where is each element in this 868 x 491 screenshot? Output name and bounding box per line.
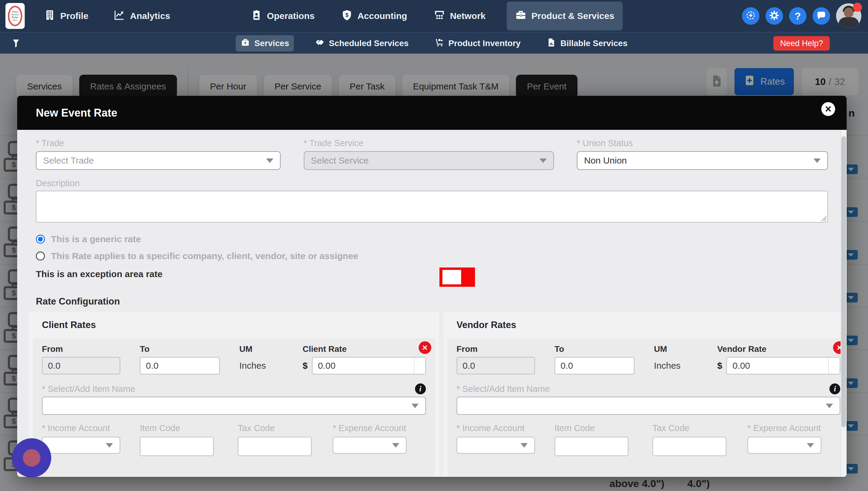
nav-item-accounting[interactable]: $ Accounting <box>336 1 413 30</box>
floating-action-button[interactable] <box>12 438 51 478</box>
chevron-down-icon <box>106 443 113 447</box>
settings-button[interactable] <box>765 7 783 25</box>
nav-item-label: Operations <box>267 11 315 21</box>
union-status-select-value: Non Union <box>584 155 627 166</box>
income-account-select[interactable] <box>42 437 120 454</box>
nav-item-label: Accounting <box>358 11 407 21</box>
from-input[interactable] <box>42 357 120 374</box>
history-button[interactable] <box>742 7 759 25</box>
client-rate-input[interactable] <box>312 357 414 374</box>
client-rates-title: Client Rates <box>42 320 435 330</box>
tax-code-input[interactable] <box>238 437 312 456</box>
help-button[interactable]: ? <box>789 7 807 25</box>
to-input[interactable] <box>555 357 635 374</box>
content-area: Services Rates & Assignees Per Hour Per … <box>0 54 868 491</box>
trade-service-select-value: Select Service <box>311 155 369 166</box>
rate-spinner[interactable] <box>828 357 840 374</box>
tax-code-input[interactable] <box>652 437 726 456</box>
chevron-down-icon <box>521 443 528 447</box>
trade-select[interactable]: Select Trade <box>36 151 281 170</box>
fab-inner-dot <box>23 449 40 467</box>
need-help-button[interactable]: Need Help? <box>773 36 830 51</box>
top-nav-center: Operations $ Accounting Network Product … <box>0 0 868 32</box>
expense-account-select[interactable] <box>748 437 821 454</box>
specific-rate-option[interactable]: This Rate applies to a specific company,… <box>36 251 828 261</box>
income-account-label: * Income Account <box>42 423 140 433</box>
to-input[interactable] <box>140 357 220 374</box>
expense-account-label: * Expense Account <box>748 423 841 433</box>
radio-selected-icon[interactable] <box>36 235 45 244</box>
item-code-input[interactable] <box>555 437 628 456</box>
sub-nav-tabs: Services Scheduled Services Product Inve… <box>0 32 868 54</box>
um-header: UM <box>654 344 717 354</box>
modal-body: * Trade Select Trade * Trade Service Sel… <box>17 130 847 477</box>
nav-item-product-services[interactable]: Product & Services <box>507 1 623 30</box>
nav-item-operations[interactable]: Operations <box>245 1 320 30</box>
handshake-icon <box>315 38 325 49</box>
um-value: Inches <box>654 360 717 371</box>
exception-area-toggle[interactable] <box>440 267 475 287</box>
top-nav-right: ? <box>742 3 861 29</box>
exception-area-label: This is an exception area rate <box>36 269 828 279</box>
client-rate-row: × From To UM Client Rate Inches <box>33 338 435 477</box>
gear-icon <box>769 10 779 22</box>
delete-row-icon[interactable]: × <box>419 341 431 354</box>
nav-item-network[interactable]: Network <box>428 1 491 30</box>
currency-symbol: $ <box>717 360 722 371</box>
trade-service-select[interactable]: Select Service <box>304 151 554 170</box>
chevron-down-icon <box>411 404 419 408</box>
people-icon <box>434 9 445 23</box>
tab-services[interactable]: Services <box>236 35 294 52</box>
client-rate-header: Client Rate <box>303 344 426 354</box>
expense-account-label: * Expense Account <box>333 423 426 433</box>
id-badge-icon <box>251 9 262 23</box>
cart-icon <box>435 38 444 49</box>
um-header: UM <box>239 344 303 354</box>
billable-doc-icon <box>547 38 556 49</box>
description-textarea[interactable] <box>36 191 828 223</box>
income-account-label: * Income Account <box>457 423 555 433</box>
info-icon[interactable]: i <box>830 383 840 394</box>
chat-bubble-icon <box>816 10 827 22</box>
chat-button[interactable] <box>813 7 830 25</box>
item-name-select[interactable] <box>42 397 426 415</box>
radio-unselected-icon[interactable] <box>36 252 45 261</box>
from-header: From <box>457 344 555 354</box>
history-download-icon <box>746 10 756 22</box>
tab-scheduled-services[interactable]: Scheduled Services <box>310 35 414 52</box>
tab-billable-services[interactable]: Billable Services <box>541 35 632 52</box>
question-icon: ? <box>795 10 801 22</box>
to-header: To <box>555 344 654 354</box>
modal-scrollbar-track <box>841 130 847 477</box>
from-header: From <box>42 344 140 354</box>
item-name-select[interactable] <box>457 397 841 415</box>
union-status-select[interactable]: Non Union <box>577 151 828 170</box>
tax-code-label: Tax Code <box>652 423 748 433</box>
vendor-rate-row: × From To UM Vendor Rate Inches <box>448 338 847 477</box>
chevron-down-icon <box>826 404 833 408</box>
um-value: Inches <box>239 360 303 371</box>
from-input[interactable] <box>457 357 535 374</box>
expense-account-select[interactable] <box>333 437 407 454</box>
modal-scrollbar-thumb[interactable] <box>841 137 846 427</box>
top-nav: Demo Service Broker LLC Profile Analytic… <box>0 0 868 32</box>
trade-service-label: * Trade Service <box>304 138 554 148</box>
close-icon[interactable]: × <box>821 102 835 116</box>
vendor-rate-header: Vendor Rate <box>717 344 841 354</box>
new-event-rate-modal: New Event Rate × * Trade Select Trade * … <box>17 96 847 477</box>
nav-item-label: Network <box>450 11 485 21</box>
vendor-rate-input[interactable] <box>727 357 828 374</box>
chevron-down-icon <box>392 443 399 447</box>
generic-rate-option[interactable]: This is a generic rate <box>36 234 828 244</box>
item-code-label: Item Code <box>555 423 652 433</box>
rate-spinner[interactable] <box>414 357 425 374</box>
tab-product-inventory[interactable]: Product Inventory <box>430 35 526 52</box>
to-header: To <box>140 344 239 354</box>
trade-select-value: Select Trade <box>43 155 94 166</box>
info-icon[interactable]: i <box>415 383 426 394</box>
item-code-input[interactable] <box>140 437 214 456</box>
user-avatar[interactable] <box>836 3 861 29</box>
trade-label: * Trade <box>36 138 281 148</box>
briefcase-icon <box>515 9 527 23</box>
income-account-select[interactable] <box>457 437 535 454</box>
